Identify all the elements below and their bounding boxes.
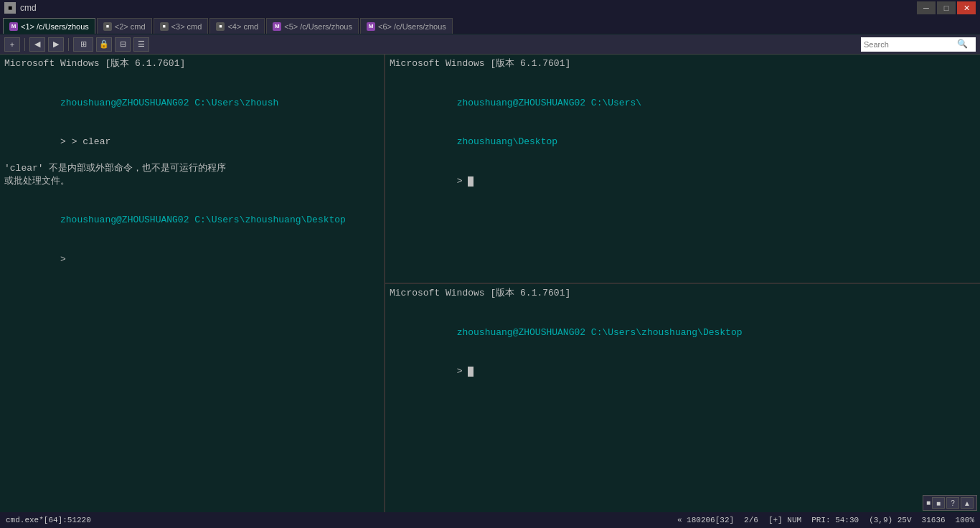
toolbar-btn-4[interactable]: ⊞ (73, 37, 93, 52)
right-bottom-pane[interactable]: Microsoft Windows [版本 6.1.7601] zhoushua… (385, 284, 980, 512)
rb-cursor (468, 367, 473, 377)
rb-path1: C:\Users\zhoushuang\Desktop (585, 327, 742, 338)
mini-help-button[interactable]: ? (946, 497, 959, 509)
left-error2: 或批处理文件。 (4, 175, 380, 188)
tab5-icon: M (273, 22, 281, 31)
toolbar-btn-1[interactable]: + (4, 37, 20, 52)
status-left: cmd.exe*[64]:51220 (6, 516, 91, 524)
right-panes: Microsoft Windows [版本 6.1.7601] zhoushua… (384, 55, 980, 512)
rt-line4: zhoushuang\Desktop (390, 123, 976, 162)
left-line2 (4, 70, 380, 83)
title-bar-icon: ■ (4, 2, 16, 14)
status-bar: cmd.exe*[64]:51220 « 180206[32] 2/6 [+] … (0, 512, 980, 528)
left-line3: zhoushuang@ZHOUSHUANG02 C:\Users\zhoush (4, 83, 380, 123)
rt-cursor (468, 176, 473, 187)
pane-container: Microsoft Windows [版本 6.1.7601] zhoushua… (0, 55, 980, 512)
tab-5[interactable]: M <5> /c/Users/zhous (266, 18, 359, 34)
left-prompt2: > (60, 254, 72, 265)
rt-prompt: > (457, 176, 468, 187)
left-prompt-line: > (4, 240, 380, 280)
status-info5: (3,9) 25V (869, 516, 911, 524)
rt-path1: C:\Users\ (585, 98, 641, 108)
rb-line1: Microsoft Windows [版本 6.1.7601] (390, 287, 976, 300)
toolbar-btn-7[interactable]: ☰ (133, 37, 149, 52)
toolbar-btn-3[interactable]: ▶ (48, 37, 64, 52)
title-bar-text: cmd (20, 3, 37, 13)
toolbar-separator-1 (24, 38, 25, 51)
left-user2: zhoushuang@ZHOUSHUANG02 (60, 214, 189, 225)
left-user1: zhoushuang@ZHOUSHUANG02 (60, 98, 189, 108)
rb-prompt-line: > (390, 352, 976, 392)
left-terminal: Microsoft Windows [版本 6.1.7601] zhoushua… (4, 57, 380, 279)
tab3-icon: ■ (160, 22, 169, 31)
tab1-icon: M (9, 22, 18, 31)
toolbar: + ◀ ▶ ⊞ 🔒 ⊟ ☰ 🔍 (0, 34, 980, 55)
status-info6: 31636 (922, 516, 946, 524)
status-right: « 180206[32] 2/6 [+] NUM PRI: 54:30 (3,9… (677, 516, 974, 524)
left-pane[interactable]: Microsoft Windows [版本 6.1.7601] zhoushua… (0, 55, 384, 512)
toolbar-btn-2[interactable]: ◀ (29, 37, 45, 52)
title-bar-left: ■ cmd (4, 2, 37, 14)
search-box[interactable]: 🔍 (861, 37, 976, 52)
search-icon: 🔍 (957, 39, 968, 50)
right-bottom-terminal: Microsoft Windows [版本 6.1.7601] zhoushua… (390, 287, 976, 392)
tab5-label: <5> /c/Users/zhous (284, 22, 352, 31)
tab-6[interactable]: M <6> /c/Users/zhous (360, 18, 453, 34)
tab1-label: <1> /c/Users/zhous (21, 22, 89, 31)
tab2-icon: ■ (103, 22, 112, 31)
status-info1: « 180206[32] (677, 516, 734, 524)
mini-arrow-button[interactable]: ▲ (961, 497, 974, 509)
tab-1[interactable]: M <1> /c/Users/zhous (3, 18, 95, 34)
close-button[interactable]: ✕ (957, 1, 976, 14)
mini-btn-1[interactable]: ■ (932, 497, 945, 509)
tab-bar: M <1> /c/Users/zhous ■ <2> cmd ■ <3> cmd… (0, 16, 980, 34)
toolbar-separator-2 (68, 38, 69, 51)
title-bar: ■ cmd ─ □ ✕ (0, 0, 980, 16)
left-line4: > > clear (4, 123, 380, 162)
status-info7: 100% (956, 516, 974, 524)
rt-line1: Microsoft Windows [版本 6.1.7601] (390, 57, 976, 70)
left-prompt1: > (60, 136, 72, 147)
rt-prompt-line: > (390, 162, 976, 202)
status-info3: [+] NUM (768, 516, 801, 524)
left-path2: C:\Users\zhoushuang\Desktop (189, 214, 345, 225)
left-error1: 'clear' 不是内部或外部命令，也不是可运行的程序 (4, 162, 380, 175)
right-top-terminal: Microsoft Windows [版本 6.1.7601] zhoushua… (390, 57, 976, 201)
tab-4[interactable]: ■ <4> cmd (209, 18, 265, 34)
toolbar-btn-5[interactable]: 🔒 (96, 37, 112, 52)
search-input[interactable] (864, 40, 957, 49)
left-line6: zhoushuang@ZHOUSHUANG02 C:\Users\zhoushu… (4, 201, 380, 240)
tab4-label: <4> cmd (227, 22, 258, 31)
tab-2[interactable]: ■ <2> cmd (97, 18, 152, 34)
tab-3[interactable]: ■ <3> cmd (154, 18, 209, 34)
mini-toolbar: ■ ■ ? ▲ (923, 495, 977, 511)
tab6-label: <6> /c/Users/zhous (378, 22, 446, 31)
toolbar-btn-6[interactable]: ⊟ (115, 37, 131, 52)
left-path1: C:\Users\zhoush (189, 98, 278, 108)
tab2-label: <2> cmd (115, 22, 146, 31)
restore-button[interactable]: □ (937, 1, 956, 14)
rb-user1: zhoushuang@ZHOUSHUANG02 (457, 327, 585, 338)
status-info2: 2/6 (744, 516, 758, 524)
title-bar-controls: ─ □ ✕ (917, 1, 976, 14)
right-top-pane[interactable]: Microsoft Windows [版本 6.1.7601] zhoushua… (385, 55, 980, 284)
left-line5 (4, 188, 380, 201)
rt-user1: zhoushuang@ZHOUSHUANG02 (457, 98, 585, 108)
tab6-icon: M (367, 22, 375, 31)
rb-line2 (390, 300, 976, 313)
left-line1: Microsoft Windows [版本 6.1.7601] (4, 57, 380, 70)
rb-prompt: > (457, 366, 468, 377)
tab3-label: <3> cmd (171, 22, 202, 31)
rb-line3: zhoushuang@ZHOUSHUANG02 C:\Users\zhoushu… (390, 313, 976, 352)
rt-line2 (390, 70, 976, 83)
tab4-icon: ■ (216, 22, 225, 31)
rt-line3: zhoushuang@ZHOUSHUANG02 C:\Users\ (390, 83, 976, 123)
rt-user2: zhoushuang\Desktop (457, 136, 557, 147)
minimize-button[interactable]: ─ (917, 1, 936, 14)
status-info4: PRI: 54:30 (811, 516, 859, 524)
mini-icon1: ■ (926, 499, 930, 507)
main-content: Microsoft Windows [版本 6.1.7601] zhoushua… (0, 55, 980, 512)
